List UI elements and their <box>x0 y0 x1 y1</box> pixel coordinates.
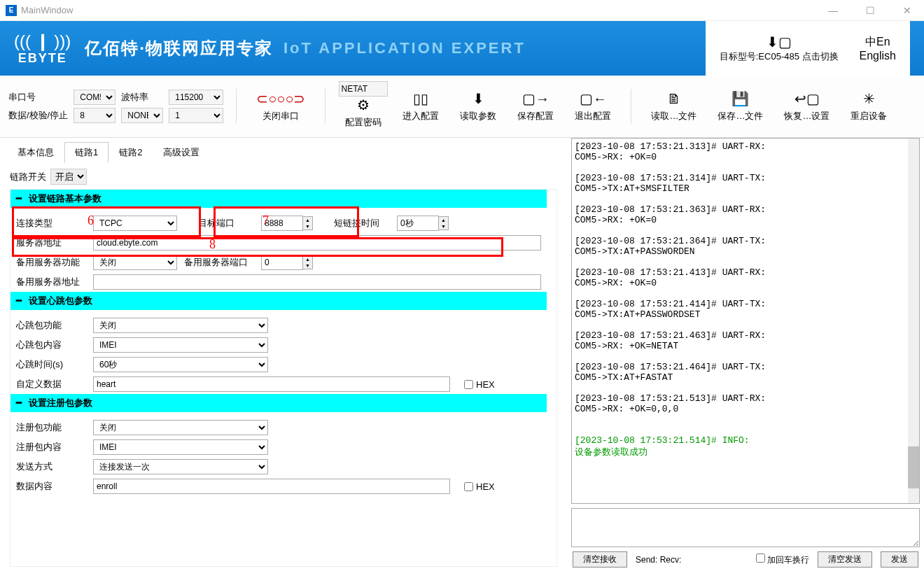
cfg-pwd-label: 配置密码 <box>345 116 382 129</box>
close-serial-button[interactable]: ⊂○○○⊃ 关闭串口 <box>249 87 312 125</box>
data-select[interactable]: 8 <box>74 108 115 123</box>
backup-port-input[interactable] <box>261 255 303 270</box>
spin-down[interactable]: ▼ <box>439 223 448 230</box>
language-button[interactable]: 中En English <box>860 35 896 62</box>
file-read-icon: 🗎 <box>667 91 681 107</box>
maximize-button[interactable]: ☐ <box>859 5 882 16</box>
hb-content-select[interactable]: IMEI <box>93 337 268 353</box>
send-input[interactable] <box>571 508 920 547</box>
tab-link2[interactable]: 链路2 <box>108 142 153 163</box>
target-model-button[interactable]: ⬇▢ 目标型号:EC05-485 点击切换 <box>720 34 839 63</box>
save-file-button[interactable]: 💾保存…文件 <box>710 87 770 125</box>
annotation-7: 7 <box>262 213 269 228</box>
reboot-button[interactable]: ✳重启设备 <box>844 87 894 125</box>
brand-logo: ((( ❙ ))) EBYTE <box>14 31 71 66</box>
form-scroll[interactable]: 设置链路基本参数 连接类型 TCPC 目标端口 ▲▼ 短链接时间 ▲ <box>10 189 557 567</box>
netat-input[interactable] <box>339 81 388 97</box>
reg-mode-select[interactable]: 连接发送一次 <box>93 459 268 474</box>
baud-select[interactable]: 115200 <box>169 90 223 105</box>
tab-content: 链路开关 开启 设置链路基本参数 连接类型 TCPC 目标端口 ▲▼ 短链接时间 <box>0 163 567 572</box>
tab-basic-info[interactable]: 基本信息 <box>7 142 64 163</box>
read-file-button[interactable]: 🗎读取…文件 <box>644 88 704 125</box>
exit-icon: ▢← <box>580 90 607 107</box>
serial-config: 串口号 COM5 波特率 115200 数据/校验/停止 8 NONE 1 <box>8 90 223 123</box>
close-button[interactable]: ✕ <box>896 5 918 16</box>
hb-hex-checkbox[interactable] <box>464 380 473 389</box>
download-icon: ⬇▢ <box>766 34 792 50</box>
tab-link1[interactable]: 链路1 <box>64 142 108 163</box>
tabs: 基本信息 链路1 链路2 高级设置 <box>0 138 567 163</box>
port-label: 串口号 <box>8 91 68 104</box>
titlebar: E MainWindow — ☐ ✕ <box>0 0 924 21</box>
send-button[interactable]: 发送 <box>881 551 918 568</box>
reboot-label: 重启设备 <box>850 110 887 122</box>
file-save-icon: 💾 <box>732 90 749 107</box>
short-time-input[interactable] <box>397 216 439 231</box>
read-file-label: 读取…文件 <box>651 110 696 122</box>
link-switch-label: 链路开关 <box>10 171 46 183</box>
port-select[interactable]: COM5 <box>74 90 115 105</box>
restore-icon: ↩▢ <box>794 90 820 107</box>
spin-up[interactable]: ▲ <box>303 256 312 262</box>
reg-data-label: 数据内容 <box>16 480 86 493</box>
lang-icon: 中En <box>865 35 890 50</box>
backup-port-spinner[interactable]: ▲▼ <box>261 255 313 270</box>
cfg-pwd-button[interactable]: ⚙ 配置密码 <box>338 97 388 132</box>
log-scroll-thumb[interactable] <box>908 446 919 488</box>
tab-advanced[interactable]: 高级设置 <box>153 142 210 163</box>
enter-config-label: 进入配置 <box>402 110 439 122</box>
hb-func-select[interactable]: 关闭 <box>93 318 268 333</box>
hb-time-label: 心跳时间(s) <box>16 358 86 371</box>
spin-down[interactable]: ▼ <box>303 223 312 230</box>
hb-content-label: 心跳包内容 <box>16 339 86 351</box>
reg-content-select[interactable]: IMEI <box>93 439 268 455</box>
crlf-checkbox[interactable] <box>756 554 765 563</box>
conn-type-select[interactable]: TCPC <box>93 216 177 231</box>
annotation-6: 6 <box>88 213 94 228</box>
restore-label: 恢复…设置 <box>784 110 830 122</box>
exit-config-button[interactable]: ▢←退出配置 <box>568 87 618 125</box>
enter-config-button[interactable]: ▯▯进入配置 <box>396 87 446 125</box>
parity-select[interactable]: NONE <box>121 108 163 123</box>
exit-config-label: 退出配置 <box>575 110 611 122</box>
log-scrollbar[interactable] <box>908 139 919 503</box>
reg-hex-checkbox[interactable] <box>464 482 473 491</box>
hb-custom-label: 自定义数据 <box>16 378 86 390</box>
reg-func-select[interactable]: 关闭 <box>93 420 268 435</box>
short-time-spinner[interactable]: ▲▼ <box>397 216 449 231</box>
bottom-bar: 清空接收 Send: Recv: 加回车换行 清空发送 发送 <box>571 547 920 568</box>
hb-time-select[interactable]: 60秒 <box>93 357 268 372</box>
left-pane: 基本信息 链路1 链路2 高级设置 链路开关 开启 设置链路基本参数 连接类型 … <box>0 138 567 572</box>
target-port-label: 目标端口 <box>198 217 254 230</box>
short-time-label: 短链接时间 <box>334 217 390 230</box>
server-addr-input[interactable] <box>93 235 541 251</box>
spin-up[interactable]: ▲ <box>303 217 312 223</box>
baud-label: 波特率 <box>121 91 163 104</box>
clear-send-button[interactable]: 清空发送 <box>818 551 872 568</box>
spin-up[interactable]: ▲ <box>439 217 448 223</box>
hb-custom-input[interactable] <box>93 376 450 392</box>
restore-button[interactable]: ↩▢恢复…设置 <box>777 87 836 125</box>
read-params-button[interactable]: ⬇读取参数 <box>453 87 503 125</box>
target-port-spinner[interactable]: ▲▼ <box>261 216 313 231</box>
minimize-button[interactable]: — <box>821 5 845 16</box>
section-link-basic: 设置链路基本参数 <box>10 190 547 208</box>
stop-select[interactable]: 1 <box>169 108 223 123</box>
reg-func-label: 注册包功能 <box>16 421 86 434</box>
link-switch-select[interactable]: 开启 <box>50 169 87 185</box>
log-output[interactable]: [2023-10-08 17:53:21.313]# UART-RX: COM5… <box>571 138 920 504</box>
reg-content-label: 注册包内容 <box>16 441 86 453</box>
backup-addr-input[interactable] <box>93 274 541 290</box>
clear-recv-button[interactable]: 清空接收 <box>573 551 627 568</box>
hex-label: HEX <box>476 481 495 492</box>
crlf-label: 加回车换行 <box>767 555 809 565</box>
reg-data-input[interactable] <box>93 479 450 494</box>
backup-server-select[interactable]: 关闭 <box>93 255 177 270</box>
target-model-label: 目标型号:EC05-485 点击切换 <box>720 50 839 63</box>
backup-server-label: 备用服务器功能 <box>16 256 86 269</box>
stats-label: Send: Recv: <box>636 555 748 565</box>
spin-down[interactable]: ▼ <box>303 262 312 269</box>
lang-label: English <box>860 50 896 62</box>
save-config-button[interactable]: ▢→保存配置 <box>510 87 561 125</box>
wifi-icon: ((( ❙ ))) <box>14 31 71 51</box>
